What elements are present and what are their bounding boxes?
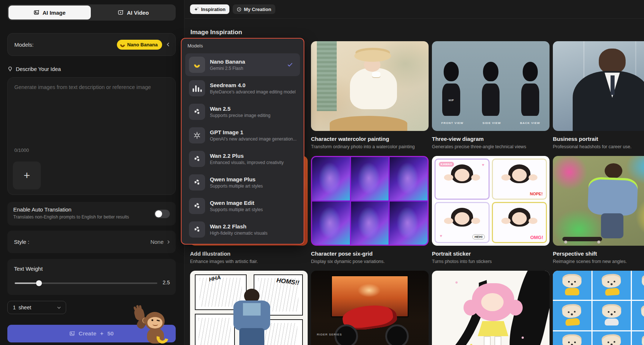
model-option-wan-25[interactable]: Wan 2.5 Supports precise image editing — [185, 100, 300, 123]
selected-model-pill[interactable]: Nano Banana — [117, 40, 162, 50]
tab-inspiration[interactable]: Inspiration — [190, 4, 229, 14]
lightbulb-icon — [7, 66, 13, 72]
art-shape — [601, 213, 623, 238]
model-name: Wan 2.2 Flash — [210, 223, 268, 230]
model-option-wan-22-plus[interactable]: Wan 2.2 Plus Enhanced visuals, improved … — [185, 147, 300, 170]
pose-cell — [390, 202, 427, 245]
card-subtitle: Transform ordinary photo into a watercol… — [311, 144, 429, 149]
create-button-label: Create — [79, 330, 96, 337]
card-title: Three-view diagram — [432, 136, 550, 142]
tab-ai-video[interactable]: AI Video — [91, 4, 176, 21]
art-shape — [482, 83, 500, 116]
add-reference-image-button[interactable]: + — [13, 161, 41, 189]
models-selector-row[interactable]: Models: Nano Banana — [7, 33, 176, 56]
auto-translation-title: Enable Auto Translation — [13, 206, 170, 213]
model-description: High-fidelity cinematic visuals — [210, 231, 268, 236]
art-shape — [478, 321, 508, 336]
dog-sticker-cell — [593, 301, 631, 330]
chevron-right-icon — [167, 239, 171, 245]
clock-icon — [237, 7, 242, 12]
model-option-seedream[interactable]: Seedream 4.0 ByteDance's advanced image … — [185, 77, 300, 100]
style-row[interactable]: Style : None — [7, 231, 176, 253]
sticker-badge: NOPE! — [530, 192, 543, 196]
art-shape — [385, 324, 409, 345]
inspiration-card-comic[interactable]: HHA HOMS!! — [190, 271, 308, 345]
create-button[interactable]: Create 50 — [7, 325, 176, 342]
model-option-qwen-image-edit[interactable]: Qwen Image Edit Supports multiple art st… — [185, 195, 300, 217]
art-shape — [605, 163, 622, 178]
model-icon-tile — [189, 104, 205, 120]
inspiration-card-graffiti[interactable]: Perspective shift Reimagine scenes from … — [553, 156, 644, 264]
inspiration-card-sixgrid[interactable]: Character pose six-grid Display six dyna… — [311, 156, 429, 264]
model-option-qwen-image-plus[interactable]: Qwen Image Plus Supports multiple art st… — [185, 171, 300, 194]
tab-my-creation-label: My Creation — [244, 7, 271, 12]
tab-ai-image[interactable]: AI Image — [8, 6, 91, 19]
sticker-badge: HEH! — [472, 234, 485, 239]
dog-art — [639, 275, 644, 295]
model-icon-tile — [189, 198, 205, 214]
card-image: HIP FRONT VIEW SIDE VIEW BACK VIEW — [432, 41, 550, 131]
knot-icon — [193, 202, 201, 210]
bars-icon — [193, 85, 202, 92]
card-subtitle: Generates precise three-angle technical … — [432, 144, 550, 149]
model-description: Gemini 2.5 Flash — [210, 66, 245, 71]
inspiration-card-threeview[interactable]: HIP FRONT VIEW SIDE VIEW BACK VIEW Three… — [432, 41, 550, 149]
art-shape — [483, 62, 498, 81]
tab-my-creation[interactable]: My Creation — [233, 4, 275, 14]
view-labels: FRONT VIEW SIDE VIEW BACK VIEW — [432, 121, 550, 125]
sheet-count-select[interactable]: 1 sheet — [7, 301, 66, 314]
selected-model-name: Nano Banana — [127, 42, 158, 47]
model-description: ByteDance's advanced image editing model — [210, 89, 296, 95]
model-icon-tile — [189, 57, 205, 73]
card-subtitle: Reimagine scenes from new angles. — [553, 259, 644, 264]
dog-art — [599, 335, 624, 345]
check-icon — [287, 61, 293, 68]
art-shape — [529, 174, 537, 181]
sticker-badge: OMG! — [530, 235, 543, 240]
mode-tab-bar: AI Image AI Video — [7, 4, 176, 21]
art-shape — [317, 41, 337, 111]
knot-icon — [193, 108, 201, 116]
auto-translation-toggle[interactable] — [154, 210, 170, 218]
card-title: Add Illustration — [190, 250, 308, 257]
art-shape — [529, 218, 537, 224]
slider-knob[interactable] — [36, 280, 42, 286]
card-title: Perspective shift — [553, 250, 644, 257]
model-description: Supports multiple art styles — [210, 184, 263, 189]
toggle-knob — [155, 210, 162, 217]
model-description: Supports precise image editing — [210, 113, 271, 118]
art-shape: HIP — [442, 83, 460, 116]
art-shape — [501, 174, 510, 181]
knot-icon — [193, 225, 201, 234]
inspiration-card-watercolor[interactable]: Character watercolor painting Transform … — [311, 41, 429, 149]
chevron-down-icon — [57, 305, 61, 310]
models-dropdown: Models Nano Banana Gemini 2.5 Flash Seed… — [181, 38, 304, 245]
model-option-wan-22-flash[interactable]: Wan 2.2 Flash High-fidelity cinematic vi… — [185, 218, 300, 241]
auto-translation-panel: Enable Auto Translation Translates non-E… — [7, 202, 176, 225]
model-option-nano-banana[interactable]: Nano Banana Gemini 2.5 Flash — [185, 53, 300, 76]
character-counter: 0/1000 — [14, 147, 29, 153]
model-option-gpt-image-1[interactable]: GPT Image 1 OpenAI's new advanced image … — [185, 124, 300, 147]
knot-icon — [193, 155, 201, 163]
model-name: GPT Image 1 — [210, 129, 297, 135]
art-shape — [484, 336, 491, 345]
inspiration-card-ink[interactable] — [432, 271, 550, 345]
art-shape — [444, 174, 453, 181]
model-icon-tile — [189, 151, 205, 167]
chevron-left-icon[interactable] — [166, 42, 170, 47]
models-dropdown-title: Models — [187, 43, 203, 49]
inspiration-card-sticker[interactable]: KAWAII ♥ NOPE! HEH! ♥ OMG! Portrait stic… — [432, 156, 550, 264]
describe-your-idea-text: Describe Your Idea — [16, 66, 61, 72]
inspiration-card-portrait[interactable]: Business portrait Professional headshots… — [553, 41, 644, 149]
art-shape — [481, 62, 501, 115]
generation-sidebar: AI Image AI Video Models: Nano Banana De… — [0, 0, 185, 345]
model-icon-tile — [189, 127, 205, 143]
text-weight-slider[interactable] — [15, 282, 157, 284]
dog-art — [560, 336, 584, 345]
prompt-input[interactable] — [8, 78, 175, 136]
inspiration-card-motorcycle[interactable]: RIDER SERIES — [311, 271, 429, 345]
sticker-frame: HEH! ♥ — [434, 202, 490, 243]
inspiration-card-bulldogs[interactable] — [553, 271, 644, 345]
card-image — [553, 41, 644, 131]
model-description: Supports multiple art styles — [210, 207, 263, 212]
